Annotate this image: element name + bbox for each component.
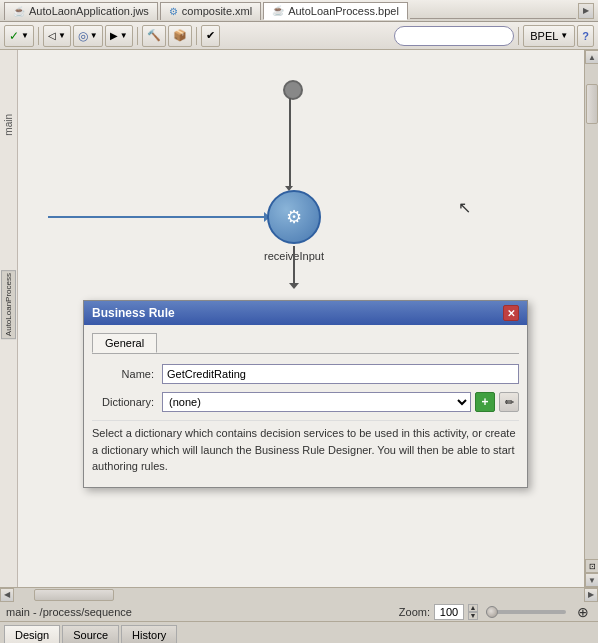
main-label: main [1, 110, 16, 140]
edit-dictionary-btn[interactable]: ✏ [499, 392, 519, 412]
canvas-area[interactable]: ⚙ receiveInput ↖ Business Rule ✕ General… [18, 50, 584, 587]
dictionary-container: (none) + ✏ [162, 392, 519, 412]
zoom-slider[interactable] [486, 610, 566, 614]
zoom-slider-thumb[interactable] [486, 606, 498, 618]
start-arrow [289, 98, 291, 188]
jws-icon: ☕ [13, 6, 25, 17]
validate-btn[interactable]: ✔ [201, 25, 220, 47]
run-icon: ▶ [110, 30, 118, 41]
deploy-icon: 📦 [173, 29, 187, 42]
zoom-input[interactable] [434, 604, 464, 620]
run-btn[interactable]: ▶ ▼ [105, 25, 133, 47]
bpel-menu-btn[interactable]: BPEL ▼ [523, 25, 575, 47]
tab-jws[interactable]: ☕ AutoLaonApplication.jws [4, 2, 158, 20]
add-dictionary-btn[interactable]: + [475, 392, 495, 412]
target-btn[interactable]: ◎ ▼ [73, 25, 103, 47]
check-icon: ✓ [9, 29, 19, 43]
scroll-up-btn[interactable]: ▲ [585, 50, 598, 64]
scroll-thumb[interactable] [586, 84, 598, 124]
sep1 [38, 27, 39, 45]
tab-scroll-right[interactable]: ▶ [578, 3, 594, 19]
zoom-label: Zoom: [399, 606, 430, 618]
status-path: main - /process/sequence [6, 606, 399, 618]
zoom-up-btn[interactable]: ▲ [468, 604, 478, 612]
status-bar: main - /process/sequence Zoom: ▲ ▼ ⊕ [0, 601, 598, 621]
search-input[interactable] [394, 26, 514, 46]
dictionary-label: Dictionary: [92, 396, 162, 408]
build-btn[interactable]: 🔨 [142, 25, 166, 47]
nav-btn[interactable]: ◁ ▼ [43, 25, 71, 47]
dropdown-arrow3: ▼ [90, 31, 98, 40]
title-bar: ☕ AutoLaonApplication.jws ⚙ composite.xm… [0, 0, 598, 22]
start-node [283, 80, 303, 100]
deploy-btn[interactable]: 📦 [168, 25, 192, 47]
scroll-down-btn[interactable]: ▼ [585, 573, 598, 587]
after-receive-arrow [293, 246, 295, 286]
tab-history[interactable]: History [121, 625, 177, 643]
dialog-description: Select a dictionary which contains decis… [92, 420, 519, 479]
build-icon: 🔨 [147, 29, 161, 42]
back-icon: ◁ [48, 30, 56, 41]
dropdown-arrow5: ▼ [560, 31, 568, 40]
dictionary-row: Dictionary: (none) + ✏ [92, 392, 519, 412]
dialog-tab-bar: General [92, 333, 519, 354]
name-input[interactable] [162, 364, 519, 384]
tab-source[interactable]: Source [62, 625, 119, 643]
gear-icon: ⚙ [286, 206, 302, 228]
h-scroll-thumb[interactable] [34, 589, 114, 601]
name-label: Name: [92, 368, 162, 380]
dropdown-arrow: ▼ [21, 31, 29, 40]
bottom-tab-bar: Design Source History [0, 621, 598, 643]
dropdown-arrow4: ▼ [120, 31, 128, 40]
sep3 [196, 27, 197, 45]
help-btn[interactable]: ? [577, 25, 594, 47]
scroll-track[interactable] [585, 64, 598, 559]
right-scrollbar: ▲ ⊡ ▼ [584, 50, 598, 587]
main-content: main AutoLoanProcess ⚙ receiveInput ↖ Bu… [0, 50, 598, 587]
toolbar: ✓ ▼ ◁ ▼ ◎ ▼ ▶ ▼ 🔨 📦 ✔ BPEL ▼ ? [0, 22, 598, 50]
h-arrow [48, 216, 266, 218]
receive-node[interactable]: ⚙ [267, 190, 321, 244]
zoom-settings-icon[interactable]: ⊕ [574, 603, 592, 621]
after-receive-arrowhead [289, 283, 299, 289]
dialog-title: Business Rule [92, 306, 175, 320]
sep4 [518, 27, 519, 45]
mouse-cursor: ↖ [458, 198, 471, 217]
h-scroll-left-btn[interactable]: ◀ [0, 588, 14, 602]
name-row: Name: [92, 364, 519, 384]
zoom-spinner: ▲ ▼ [468, 604, 478, 620]
target-icon: ◎ [78, 29, 88, 43]
save-btn[interactable]: ✓ ▼ [4, 25, 34, 47]
tab-xml[interactable]: ⚙ composite.xml [160, 2, 261, 20]
sep2 [137, 27, 138, 45]
tab-design[interactable]: Design [4, 625, 60, 643]
h-scroll-track[interactable] [14, 588, 584, 602]
dialog-body: General Name: Dictionary: (none) + ✏ [84, 325, 527, 487]
h-scrollbar: ◀ ▶ [0, 587, 598, 601]
dictionary-select[interactable]: (none) [162, 392, 471, 412]
scroll-split-btn[interactable]: ⊡ [585, 559, 598, 573]
dropdown-arrow2: ▼ [58, 31, 66, 40]
bpel-icon: ☕ [272, 5, 284, 16]
general-tab[interactable]: General [92, 333, 157, 353]
zoom-down-btn[interactable]: ▼ [468, 612, 478, 620]
left-panel: main AutoLoanProcess [0, 50, 18, 587]
xml-icon: ⚙ [169, 6, 178, 17]
autoloan-label: AutoLoanProcess [1, 270, 16, 339]
dialog-titlebar: Business Rule ✕ [84, 301, 527, 325]
tab-bpel[interactable]: ☕ AutoLoanProcess.bpel [263, 2, 408, 20]
validate-icon: ✔ [206, 29, 215, 42]
h-scroll-right-btn[interactable]: ▶ [584, 588, 598, 602]
zoom-control: Zoom: ▲ ▼ ⊕ [399, 603, 592, 621]
business-rule-dialog: Business Rule ✕ General Name: Dictionary… [83, 300, 528, 488]
dialog-close-btn[interactable]: ✕ [503, 305, 519, 321]
help-icon: ? [582, 30, 589, 42]
